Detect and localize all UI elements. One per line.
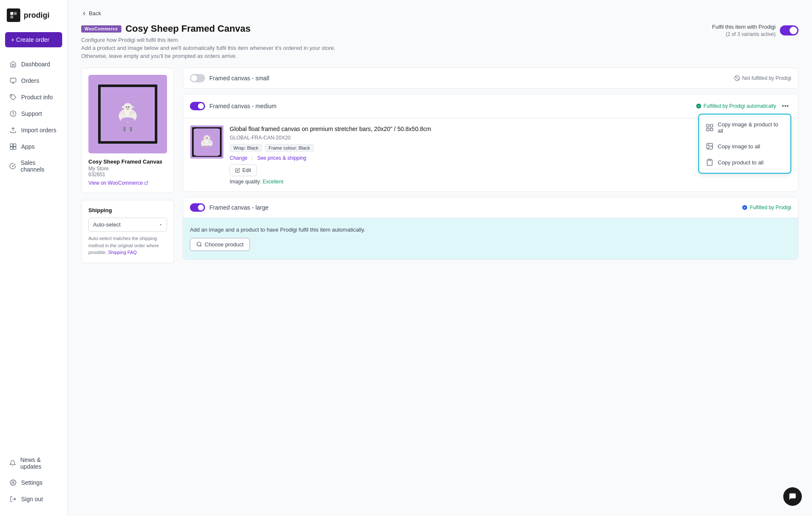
variant-toggle-large[interactable]	[190, 203, 205, 212]
sidebar-item-import-orders[interactable]: Import orders	[3, 122, 65, 138]
shipping-select[interactable]: Auto-select Standard Express	[88, 218, 167, 232]
not-fulfilled-label-small: Not fulfilled by Prodigi	[742, 75, 791, 81]
svg-point-59	[206, 147, 207, 147]
choose-product-button[interactable]: Choose product	[190, 238, 250, 251]
sidebar-item-settings[interactable]: Settings	[3, 475, 65, 491]
edit-button-label: Edit	[242, 167, 251, 173]
search-icon	[196, 241, 202, 247]
variant-card-small: Framed canvas - small Not fulfilled by P…	[183, 68, 798, 89]
home-icon	[9, 60, 17, 68]
upload-icon	[9, 126, 17, 134]
shipping-title: Shipping	[88, 207, 167, 213]
create-order-button[interactable]: + Create order	[5, 32, 62, 47]
svg-point-4	[11, 96, 12, 96]
see-prices-link[interactable]: See prices & shipping	[257, 155, 306, 161]
orders-icon	[9, 77, 17, 85]
sidebar-item-sign-out[interactable]: Sign out	[3, 491, 65, 507]
sidebar-item-import-orders-label: Import orders	[21, 127, 56, 134]
dropdown-copy-image-all[interactable]: Copy image to all	[699, 138, 790, 154]
fulfilled-label-large: Fulfilled by Prodigi	[750, 205, 791, 210]
sidebar-item-sales-channels[interactable]: Sales channels	[3, 155, 65, 177]
page-title: Cosy Sheep Framed Canvas	[126, 23, 251, 34]
sidebar-item-settings-label: Settings	[21, 479, 43, 486]
page-subtitle-3: Otherwise, leave empty and you'll be pro…	[81, 53, 335, 59]
svg-rect-31	[123, 127, 126, 132]
bell-icon	[9, 459, 16, 467]
variant-header-large: Framed canvas - large Fulfilled by Prodi…	[183, 197, 798, 218]
svg-rect-2	[11, 16, 14, 19]
svg-point-5	[10, 111, 16, 116]
svg-point-61	[197, 242, 201, 246]
back-link-label: Back	[89, 10, 101, 16]
woo-badge-text: WooCommerce	[85, 27, 118, 31]
copy-product-icon	[706, 158, 713, 166]
sidebar-item-support-label: Support	[21, 110, 42, 117]
svg-point-24	[126, 106, 127, 108]
chat-bubble[interactable]	[783, 487, 802, 506]
variant-header-small: Framed canvas - small Not fulfilled by P…	[183, 68, 798, 88]
sidebar: prodigi + Create order Dashboard Orders …	[0, 0, 68, 516]
sidebar-item-sign-out-label: Sign out	[21, 496, 43, 502]
prodigi-logo-icon	[7, 8, 20, 22]
sidebar-item-dashboard[interactable]: Dashboard	[3, 56, 65, 72]
sidebar-item-news-updates[interactable]: News & updates	[3, 452, 65, 474]
sidebar-item-dashboard-label: Dashboard	[21, 61, 50, 68]
sidebar-item-news-updates-label: News & updates	[20, 456, 58, 470]
product-tag-wrap: Wrap: Black	[230, 144, 262, 152]
svg-rect-58	[203, 145, 211, 151]
variant-more-button-medium[interactable]: •••	[779, 100, 791, 112]
action-divider: |	[252, 155, 253, 161]
main-content: Back WooCommerce Cosy Sheep Framed Canva…	[68, 0, 812, 516]
dropdown-copy-image-product-all[interactable]: Copy image & product to all	[699, 117, 790, 138]
product-thumb-medium	[190, 125, 224, 159]
dropdown-copy-product-all[interactable]: Copy product to all	[699, 154, 790, 170]
svg-point-33	[127, 121, 128, 123]
sidebar-logo: prodigi	[0, 0, 67, 32]
external-link-icon	[144, 181, 148, 185]
sidebar-item-orders[interactable]: Orders	[3, 73, 65, 89]
choose-product-label: Choose product	[205, 241, 244, 248]
back-link[interactable]: Back	[81, 10, 798, 16]
edit-icon	[235, 168, 240, 173]
sidebar-item-product-info[interactable]: Product info	[3, 89, 65, 105]
settings-icon	[9, 479, 17, 486]
variant-card-large: Framed canvas - large Fulfilled by Prodi…	[183, 197, 798, 260]
dropdown-copy-image-label: Copy image to all	[718, 143, 760, 150]
variant-toggle-small[interactable]	[190, 74, 205, 82]
dropdown-copy-product-label: Copy product to all	[718, 159, 763, 166]
svg-line-62	[200, 246, 202, 247]
image-quality: Image quality: Excellent	[230, 179, 791, 185]
dropdown-copy-image-product-label: Copy image & product to all	[718, 121, 784, 134]
image-quality-value: Excellent	[263, 179, 283, 185]
variant-name-medium: Framed canvas - medium	[209, 103, 277, 109]
product-woo-link[interactable]: View on WooCommerce	[88, 180, 167, 186]
page-header-left: WooCommerce Cosy Sheep Framed Canvas Con…	[81, 23, 335, 59]
svg-rect-32	[130, 127, 132, 132]
change-product-link[interactable]: Change	[230, 155, 247, 161]
product-image	[88, 75, 167, 153]
fulfil-label: Fulfil this item with Prodigi (2 of 3 va…	[712, 23, 776, 38]
svg-rect-1	[14, 12, 17, 15]
product-image-container	[88, 75, 167, 153]
svg-point-25	[128, 106, 129, 108]
sidebar-logo-text: prodigi	[24, 11, 49, 20]
svg-rect-9	[14, 144, 16, 146]
fulfil-toggle[interactable]	[780, 25, 798, 35]
chat-icon	[788, 492, 797, 501]
svg-point-55	[206, 138, 207, 139]
variant-toggle-medium[interactable]	[190, 102, 205, 110]
right-panel: Framed canvas - small Not fulfilled by P…	[183, 68, 798, 260]
apps-icon	[9, 143, 17, 150]
sidebar-item-apps[interactable]: Apps	[3, 139, 65, 155]
shipping-note: Auto-select matches the shipping method …	[88, 235, 167, 256]
svg-rect-10	[10, 147, 13, 150]
sidebar-item-support[interactable]: Support	[3, 106, 65, 122]
svg-rect-0	[11, 12, 14, 15]
svg-rect-11	[14, 147, 16, 150]
svg-rect-38	[707, 125, 709, 127]
svg-rect-39	[710, 125, 713, 127]
fulfil-sublabel: (2 of 3 variants active)	[712, 31, 776, 38]
shipping-faq-link[interactable]: Shipping FAQ	[108, 250, 137, 255]
sheep-svg	[106, 93, 149, 136]
edit-button-medium[interactable]: Edit	[230, 164, 257, 176]
